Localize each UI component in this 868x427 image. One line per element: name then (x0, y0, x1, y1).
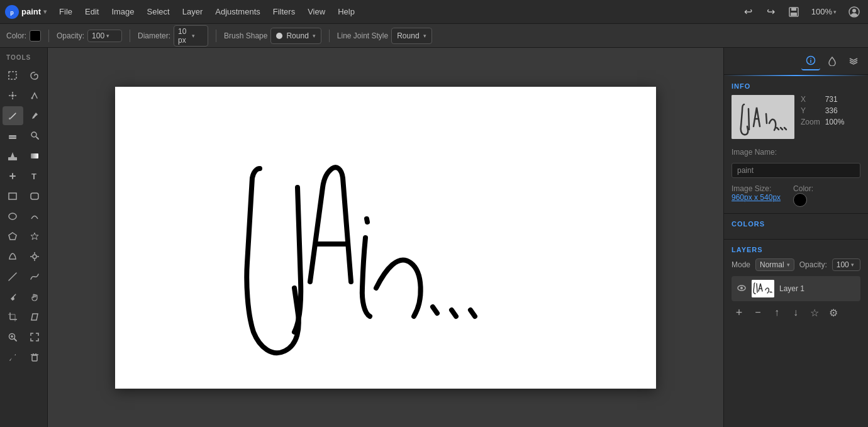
svg-marker-39 (31, 314, 38, 320)
tools-row-14 (3, 328, 45, 347)
rect-shape-tool[interactable] (3, 187, 23, 206)
svg-point-53 (740, 287, 743, 289)
line-joint-dropdown[interactable]: Round ▾ (391, 28, 431, 44)
move-layer-up-button[interactable]: ↑ (769, 305, 784, 320)
fullscreen-tool[interactable] (25, 328, 45, 347)
color-swatch[interactable] (30, 30, 41, 42)
magnetic-lasso-tool[interactable] (25, 86, 45, 105)
zoom-tool[interactable] (3, 328, 23, 347)
app-logo[interactable]: p paint ▾ (5, 5, 47, 19)
text-tool[interactable]: T (25, 167, 45, 186)
line-joint-chevron: ▾ (423, 33, 426, 39)
line-joint-item: Line Joint Style Round ▾ (337, 28, 432, 44)
brush-shape-value: Round (286, 31, 308, 40)
layer-item-1[interactable]: Layer 1 (732, 276, 860, 301)
layer-settings-button[interactable]: ⚙ (826, 305, 841, 320)
layers-mode-select[interactable]: Normal ▾ (755, 258, 794, 271)
brush-shape-dropdown[interactable]: Round ▾ (270, 28, 321, 44)
marquee-rect-tool[interactable] (3, 66, 23, 85)
undo-button[interactable]: ↩ (740, 3, 757, 21)
line-tool[interactable] (3, 267, 23, 286)
arc-tool[interactable] (25, 207, 45, 226)
x-value: 731 (825, 95, 845, 104)
star-layer-button[interactable]: ☆ (807, 305, 822, 320)
info-tab-btn[interactable] (801, 52, 820, 70)
zoom-display[interactable]: 100% ▾ (808, 6, 840, 18)
crop-tool[interactable] (3, 308, 23, 326)
drawing-canvas[interactable] (115, 87, 656, 389)
menu-image[interactable]: Image (106, 4, 139, 19)
menu-bar: p paint ▾ File Edit Image Select Layer A… (0, 0, 868, 24)
opacity-label: Opacity: (57, 31, 84, 40)
menu-layer[interactable]: Layer (177, 4, 208, 19)
trash-tool[interactable] (25, 348, 45, 367)
tools-row-4 (3, 126, 45, 145)
dropper2-tool[interactable] (3, 287, 23, 306)
polygon-tool[interactable] (3, 227, 23, 246)
canvas-container[interactable] (115, 87, 656, 389)
water-tab-btn[interactable] (823, 52, 842, 70)
tools-row-5 (3, 147, 45, 165)
app-dropdown-icon[interactable]: ▾ (43, 8, 47, 15)
eraser-tool[interactable] (3, 126, 23, 145)
menu-filters[interactable]: Filters (268, 4, 300, 19)
clone-tool[interactable] (25, 126, 45, 145)
save-button[interactable] (785, 3, 803, 21)
lasso-tool[interactable] (25, 66, 45, 85)
burst-tool[interactable] (25, 247, 45, 266)
fill-tool[interactable] (3, 147, 23, 165)
info-title: INFO (732, 82, 860, 90)
image-size-value[interactable]: 960px x 540px (732, 193, 781, 202)
curve-tool[interactable] (25, 267, 45, 286)
logo-icon: p (5, 5, 19, 19)
mode-chevron: ▾ (787, 262, 790, 268)
custom-shape-tool[interactable] (3, 247, 23, 266)
remove-layer-button[interactable]: − (750, 305, 765, 320)
svg-rect-22 (12, 173, 13, 179)
mode-value: Normal (760, 260, 784, 269)
menu-adjustments[interactable]: Adjustments (210, 4, 265, 19)
line-joint-value: Round (397, 31, 419, 40)
canvas-area[interactable] (48, 48, 723, 427)
menu-help[interactable]: Help (333, 4, 360, 19)
diameter-input[interactable]: 10 px ▾ (174, 25, 208, 47)
svg-rect-20 (31, 153, 38, 158)
menu-select[interactable]: Select (142, 4, 175, 19)
redo-button[interactable]: ↪ (762, 3, 780, 21)
gradient-tool[interactable] (25, 147, 45, 165)
svg-rect-25 (31, 193, 38, 199)
user-button[interactable] (845, 3, 863, 21)
menu-edit[interactable]: Edit (80, 4, 104, 19)
opacity-value: 100 (92, 31, 104, 40)
svg-point-13 (31, 97, 33, 99)
image-name-label: Image Name: (732, 148, 860, 157)
move-layer-down-button[interactable]: ↓ (788, 305, 803, 320)
star-tool[interactable] (25, 227, 45, 246)
perspective-crop-tool[interactable] (25, 308, 45, 326)
ellipse-tool[interactable] (3, 207, 23, 226)
eyedropper-tool[interactable] (25, 106, 45, 125)
info-grid: X 731 Y 336 Zoom 100% (801, 95, 844, 126)
svg-point-18 (31, 132, 36, 137)
heal-tool[interactable] (3, 167, 23, 186)
svg-line-34 (9, 273, 16, 280)
image-size-group: Image Size: 960px x 540px (732, 184, 781, 202)
tools-row-9 (3, 227, 45, 246)
layer-visibility-icon[interactable] (737, 283, 747, 295)
brush-tool[interactable] (3, 106, 23, 125)
tools-row-1 (3, 66, 45, 85)
layers-section: LAYERS Mode Normal ▾ Opacity: 100 ▾ (724, 240, 868, 427)
add-layer-button[interactable]: + (732, 305, 747, 320)
menu-file[interactable]: File (54, 4, 77, 19)
opacity-input[interactable]: 100 ▾ (87, 30, 122, 42)
layers-tab-btn[interactable] (844, 52, 863, 70)
image-name-input[interactable] (732, 163, 860, 178)
pen-tool[interactable] (3, 348, 23, 367)
menu-view[interactable]: View (303, 4, 330, 19)
magic-wand-tool[interactable] (3, 86, 23, 105)
hand-tool[interactable] (25, 287, 45, 306)
rounded-rect-tool[interactable] (25, 187, 45, 206)
svg-text:T: T (31, 172, 36, 181)
layers-opacity-input[interactable]: 100 ▾ (832, 258, 860, 271)
color-circle[interactable] (793, 193, 807, 207)
